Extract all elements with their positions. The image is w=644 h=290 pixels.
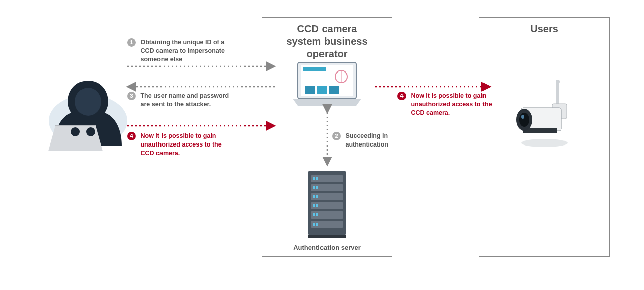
step1-text: Obtaining the unique ID of aCCD camera t… (140, 38, 231, 64)
step3-text: The user name and passwordare sent to th… (140, 92, 241, 109)
step4a-text: Now it is possible to gainunauthorized a… (140, 132, 241, 158)
step3-num: 3 (127, 92, 136, 100)
step4b-label: 4 Now it is possible to gainunauthorized… (397, 92, 498, 117)
step1-num: 1 (127, 38, 136, 47)
step2-label: 2 Succeeding in authentication (332, 132, 433, 149)
step2-num: 2 (332, 132, 341, 140)
step4b-num: 4 (397, 92, 406, 100)
arrows-layer (0, 0, 644, 290)
step1-label: 1 Obtaining the unique ID of aCCD camera… (127, 38, 233, 64)
step2-text: Succeeding in authentication (345, 132, 431, 149)
step4a-label: 4 Now it is possible to gainunauthorized… (127, 132, 243, 158)
step4b-text: Now it is possible to gainunauthorized a… (411, 92, 496, 117)
step3-label: 3 The user name and passwordare sent to … (127, 92, 243, 109)
step4a-num: 4 (127, 132, 136, 140)
